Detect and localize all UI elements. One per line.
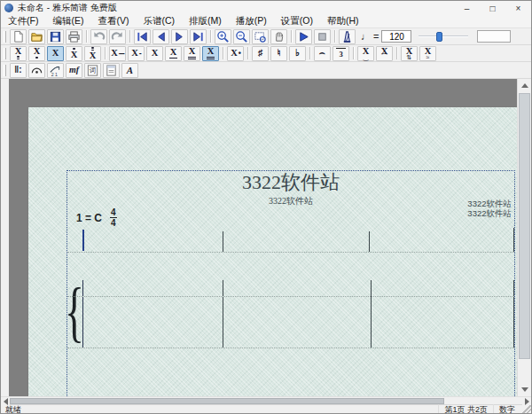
go-next-button[interactable] (171, 29, 188, 44)
toolbar-grip[interactable] (4, 31, 6, 43)
redo-button[interactable] (109, 29, 126, 44)
toolbar-separator (86, 30, 87, 43)
menu-view[interactable]: 查看(V) (90, 15, 136, 27)
fermata-button[interactable] (28, 63, 45, 78)
play-button[interactable] (295, 29, 312, 44)
staff-guide-line (67, 252, 514, 253)
maximize-button[interactable]: □ (480, 1, 505, 15)
text-tool-button[interactable]: A (121, 63, 138, 78)
new-file-icon (12, 30, 25, 43)
undo-arrow-icon (92, 30, 106, 43)
triplet-button[interactable]: 3 (332, 46, 349, 61)
toolbar-separator (223, 47, 223, 59)
zoom-region-button[interactable] (252, 29, 269, 44)
tempo-input[interactable] (381, 30, 411, 43)
toolbar-display-box (477, 30, 511, 43)
scroll-up-button[interactable] (518, 79, 531, 92)
print-button[interactable] (66, 29, 82, 44)
note-plain-button[interactable]: X (47, 46, 64, 61)
glissando-button[interactable]: 2 1 (47, 63, 64, 78)
scroll-right-button[interactable] (522, 397, 531, 405)
resize-grip[interactable] (520, 405, 531, 414)
tie-button[interactable]: ⌢ (314, 46, 331, 61)
score-page[interactable]: 3322软件站 3322软件站 3322软件站 3322软件站 1 = C 4 … (28, 107, 519, 396)
toolbar-grip[interactable] (4, 65, 6, 76)
toolbar-grip[interactable] (4, 48, 6, 59)
quarter-note-button[interactable]: X (146, 46, 163, 61)
dynamics-button[interactable]: mf (66, 63, 82, 78)
flat-button[interactable]: ♭ (289, 46, 306, 61)
zoom-in-icon (216, 30, 230, 43)
scroll-left-button[interactable] (1, 397, 10, 405)
new-file-button[interactable] (10, 29, 27, 44)
dotted-note-button[interactable]: X• (227, 46, 244, 61)
octave-down-2-button[interactable]: X (10, 46, 27, 61)
octave-dot (35, 57, 38, 59)
thirtysecond-note-button[interactable]: X (202, 46, 219, 61)
ornament-mark: ⇅ (407, 56, 412, 59)
slide-up-button[interactable]: X⁀ (376, 46, 393, 61)
octave-dot (91, 47, 94, 49)
menu-score[interactable]: 乐谱(C) (136, 15, 182, 27)
score-credits[interactable]: 3322软件站 3322软件站 (467, 199, 512, 218)
toolbar-separator (396, 47, 397, 59)
octave-down-1-button[interactable]: X (28, 46, 45, 61)
horizontal-scrollbar[interactable] (1, 396, 531, 404)
save-button[interactable] (47, 29, 64, 44)
vertical-scroll-thumb[interactable] (519, 93, 530, 359)
menu-play[interactable]: 播放(P) (229, 15, 274, 27)
octave-up-1-button[interactable]: X (66, 46, 82, 61)
menu-help[interactable]: 帮助(H) (320, 15, 366, 27)
vertical-scrollbar[interactable] (517, 79, 531, 396)
nav-next-icon (173, 30, 186, 43)
natural-button[interactable]: ♮ (270, 46, 287, 61)
go-last-button[interactable] (190, 29, 207, 44)
go-first-button[interactable] (134, 29, 151, 44)
stop-icon (316, 30, 329, 43)
octave-dot (17, 56, 20, 58)
go-prev-button[interactable] (153, 29, 169, 44)
stop-button[interactable] (314, 29, 331, 44)
status-ready-text: 就绪 (1, 404, 438, 414)
tempo-slider[interactable] (419, 30, 468, 43)
whole-note-button[interactable]: X--- (109, 46, 126, 61)
menu-settings[interactable]: 设置(O) (274, 15, 320, 27)
button-glyph: X (71, 51, 78, 59)
redo-arrow-icon (111, 30, 124, 43)
octave-up-2-button[interactable]: X (84, 46, 101, 61)
staff-guide-line (67, 348, 514, 348)
sharp-button[interactable]: ♯ (252, 46, 269, 61)
page-setup-button[interactable] (103, 63, 120, 78)
credit-line-1: 3322软件站 (467, 199, 512, 208)
sixteenth-note-button[interactable]: X (184, 46, 200, 61)
slide-down-button[interactable]: X‿ (357, 46, 374, 61)
score-title[interactable]: 3322软件站 (67, 172, 514, 193)
menu-layout[interactable]: 排版(M) (182, 15, 229, 27)
slider-thumb[interactable] (436, 32, 442, 42)
repeat-barline-button[interactable]: ‖: (10, 63, 27, 78)
score-subtitle[interactable]: 3322软件站 (67, 195, 514, 207)
minimize-button[interactable]: – (454, 1, 480, 15)
key-time-signature[interactable]: 1 = C 4 4 (76, 208, 117, 227)
pan-button[interactable] (270, 29, 287, 44)
zoom-in-button[interactable] (215, 29, 231, 44)
half-note-button[interactable]: X- (128, 46, 145, 61)
tremolo-button[interactable]: X⇅ (401, 46, 418, 61)
open-file-button[interactable] (28, 29, 45, 44)
metronome-button[interactable] (339, 29, 356, 44)
undo-button[interactable] (90, 29, 107, 44)
menu-edit[interactable]: 编辑(E) (45, 15, 90, 27)
button-glyph: ♭ (295, 49, 300, 58)
close-button[interactable]: × (505, 1, 531, 15)
horizontal-scroll-thumb[interactable] (10, 398, 444, 404)
menu-file[interactable]: 文件(F) (1, 15, 45, 27)
underline-marks (169, 58, 177, 59)
scroll-down-button[interactable] (518, 383, 531, 396)
zoom-out-button[interactable] (233, 29, 250, 44)
trill-button[interactable]: X≈ (419, 46, 436, 61)
eighth-note-button[interactable]: X (165, 46, 182, 61)
lyrics-button[interactable]: 词 (84, 63, 101, 78)
button-glyph: X (34, 47, 41, 56)
barline (513, 228, 514, 252)
pan-hand-icon (272, 30, 286, 43)
